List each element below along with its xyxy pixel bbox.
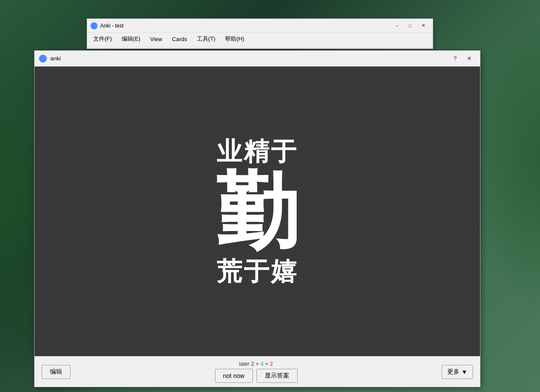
card-text: 业精于 勤 荒于嬉 [216,137,299,285]
schedule-item1: 2 [251,361,254,367]
card-content-area: 业精于 勤 荒于嬉 [35,66,480,356]
menu-edit[interactable]: 编辑(E) [117,34,145,44]
dialog-title: anki [50,55,449,62]
dialog-controls: ? ✕ [449,53,476,64]
bottom-right-section: 更多 ▼ [442,365,473,379]
window-controls: − □ ✕ [391,21,429,30]
anki-menubar: 文件(F) 编辑(E) View Cards 工具(T) 帮助(H) [87,33,433,45]
dialog-help-button[interactable]: ? [449,53,462,64]
anki-main-title: Anki - test [100,23,391,29]
more-button[interactable]: 更多 ▼ [442,365,473,379]
more-arrow-icon: ▼ [461,368,467,375]
schedule-timer: later 2 + 4 + 2 [239,361,273,367]
more-label: 更多 [447,368,459,376]
dialog-bottom-bar: 编辑 later 2 + 4 + 2 not now 显示答案 更多 ▼ [35,356,480,387]
schedule-plus1: + [256,361,259,367]
dialog-close-button[interactable]: ✕ [463,53,476,64]
not-now-button[interactable]: not now [215,369,253,383]
later-label: later [239,361,249,367]
close-button[interactable]: ✕ [417,21,429,30]
menu-tools[interactable]: 工具(T) [193,34,220,44]
anki-review-dialog: anki ? ✕ 业精于 勤 荒于嬉 编辑 later 2 + 4 + 2 [34,50,480,387]
maximize-button[interactable]: □ [404,21,416,30]
card-text-line1: 业精于 [216,137,299,165]
minimize-button[interactable]: − [391,21,403,30]
schedule-plus2: + [265,361,268,367]
anki-main-icon [91,22,98,29]
dialog-titlebar: anki ? ✕ [35,51,480,66]
menu-file[interactable]: 文件(F) [89,34,116,44]
anki-dialog-icon [39,55,47,63]
anki-main-window: Anki - test − □ ✕ 文件(F) 编辑(E) View Cards… [87,18,433,49]
edit-button[interactable]: 编辑 [42,365,70,379]
card-text-line2: 勤 [216,170,299,253]
schedule-item3: 2 [270,361,273,367]
bottom-left-section: 编辑 [42,365,70,379]
menu-view[interactable]: View [146,35,167,43]
anki-titlebar: Anki - test − □ ✕ [87,19,433,33]
menu-help[interactable]: 帮助(H) [221,34,249,44]
menu-cards[interactable]: Cards [168,35,192,43]
bottom-center-section: later 2 + 4 + 2 not now 显示答案 [215,361,298,383]
card-text-line3: 荒于嬉 [216,257,299,285]
show-answer-button[interactable]: 显示答案 [256,369,298,383]
schedule-item2: 4 [260,361,263,367]
